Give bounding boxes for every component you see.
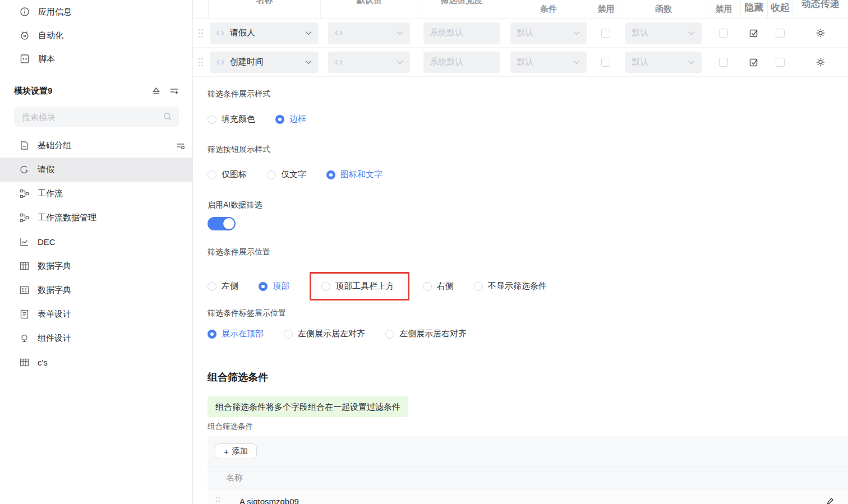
field-name-value: 创建时间 [230,57,264,67]
chart-icon [20,237,29,247]
condition-value: 默认 [517,57,534,67]
leave-icon [20,165,29,174]
sidebar-item-app-info[interactable]: 应用信息 [0,0,192,24]
gear-icon[interactable] [815,57,826,67]
sidebar-item-leave[interactable]: 请假 [0,158,192,182]
eject-icon[interactable] [151,86,161,96]
workflow-icon [20,189,29,198]
sidebar-item-data-dict-2[interactable]: 数据字典 [0,278,192,302]
button-style-options: 仅图标 仅文字 图标和文字 [208,169,848,180]
add-button[interactable]: + 添加 [215,443,257,459]
function-value: 默认 [632,57,649,67]
sidebar-item-label: 脚本 [38,54,55,64]
radio-label-left-align-right[interactable]: 左侧展示居右对齐 [385,329,467,339]
filter-width-input[interactable]: 系统默认 [423,22,500,44]
sidebar-item-automation[interactable]: 自动化 [0,24,192,47]
radio-icon [284,330,293,339]
sidebar-item-label: 自动化 [38,30,63,41]
column-header-name: 名称 [256,0,273,6]
field-row-create-time: 创建时间 系统默认 默认 默认 [193,48,848,77]
module-search [14,107,179,127]
radio-above-toolbar[interactable]: 顶部工具栏上方 [321,281,394,292]
disable-checkbox[interactable] [601,58,610,67]
gear-icon[interactable] [815,28,826,38]
field-name-select[interactable]: 创建时间 [210,52,319,73]
column-header-hidden: 隐藏 [745,1,764,14]
sidebar-item-script[interactable]: 脚本 [0,47,192,71]
column-header-disable2: 禁用 [716,4,732,15]
edit-icon[interactable] [826,497,835,504]
filter-style-options: 填充颜色 边框 [208,114,848,124]
radio-top[interactable]: 顶部 [259,281,289,292]
table-icon [20,358,29,367]
sidebar-item-form-design[interactable]: 表单设计 [0,302,192,326]
radio-icon [275,115,284,124]
combo-filter-label: 组合筛选条件 [208,422,848,432]
combo-column-name: 名称 [226,473,243,483]
collapse-checkbox[interactable] [776,29,785,38]
sidebar-item-workflow[interactable]: 工作流 [0,182,192,206]
column-header-disable1: 禁用 [598,4,615,15]
sidebar-item-label: 工作流数据管理 [38,212,185,223]
field-name-select[interactable]: 请假人 [210,22,319,44]
sidebar-item-label: DEC [38,237,185,247]
filter-width-placeholder: 系统默认 [430,57,464,67]
plus-icon: + [224,447,229,456]
radio-fill-color[interactable]: 填充颜色 [208,114,255,124]
condition-select[interactable]: 默认 [510,22,587,44]
sidebar-item-base-group[interactable]: 基础分组 [0,133,192,158]
button-style-label: 筛选按钮展示样式 [208,145,848,155]
radio-left[interactable]: 左侧 [208,281,238,292]
sidebar-item-label: 数据字典 [38,261,185,271]
radio-text-only[interactable]: 仅文字 [267,169,306,180]
sidebar-item-workflow-data[interactable]: 工作流数据管理 [0,206,192,230]
radio-right[interactable]: 右侧 [423,281,454,292]
combo-filter-panel: + 添加 名称 A sjqtosmzqb09 [208,436,848,504]
field-table-header: 名称 默认值 筛选值宽度 条件 禁用 函数 禁用 隐藏 收起 动态传递 [193,0,848,19]
add-list-icon[interactable] [169,86,179,96]
radio-icon-and-text[interactable]: 图标和文字 [326,169,382,180]
drag-handle-icon[interactable] [193,19,208,47]
ai-filter-toggle[interactable] [208,217,236,230]
script-icon [20,54,30,64]
search-input[interactable] [14,107,179,127]
disable-checkbox[interactable] [719,29,728,38]
label-position-options: 展示在顶部 左侧展示居左对齐 左侧展示居右对齐 [208,329,848,339]
radio-label-top[interactable]: 展示在顶部 [208,329,264,339]
default-value-select[interactable] [328,22,410,44]
hidden-checked-icon[interactable] [749,28,759,38]
disable-checkbox[interactable] [601,29,610,38]
sidebar-item-label: 请假 [38,164,185,175]
sidebar-item-data-dict-1[interactable]: 数据字典 [0,254,192,278]
radio-icon [267,170,276,179]
function-select[interactable]: 默认 [625,22,702,44]
radio-border[interactable]: 边框 [275,114,306,124]
sidebar-item-label: c's [38,358,185,367]
form-icon [20,309,29,319]
filter-width-input[interactable]: 系统默认 [423,52,500,73]
chevron-down-icon [305,60,312,64]
sidebar-item-cs[interactable]: c's [0,350,192,374]
automation-icon [20,30,30,40]
disable-checkbox[interactable] [719,58,728,67]
condition-select[interactable]: 默认 [510,52,587,73]
default-value-select[interactable] [328,52,410,73]
highlight-box: 顶部工具栏上方 [310,272,409,300]
code-icon [335,30,343,36]
collapse-checkbox[interactable] [776,58,785,67]
radio-label-left-align-left[interactable]: 左侧展示居左对齐 [284,329,365,339]
toggle-knob [223,218,234,229]
column-header-condition: 条件 [540,4,557,15]
drag-handle-icon[interactable] [215,496,221,504]
drag-handle-icon[interactable] [193,48,208,76]
radio-no-filter[interactable]: 不显示筛选条件 [474,281,547,292]
function-select[interactable]: 默认 [625,52,702,73]
hidden-checked-icon[interactable] [749,57,759,67]
sidebar-item-dec[interactable]: DEC [0,230,192,254]
radio-icon-only[interactable]: 仅图标 [208,169,247,180]
list-settings-icon[interactable] [176,141,185,150]
sidebar-item-component-design[interactable]: 组件设计 [0,326,192,350]
filter-settings: 筛选条件展示样式 填充颜色 边框 筛选按钮展示样式 仅图标 仅文字 [193,77,848,504]
field-name-value: 请假人 [230,27,255,38]
sidebar-item-label: 组件设计 [38,333,185,344]
